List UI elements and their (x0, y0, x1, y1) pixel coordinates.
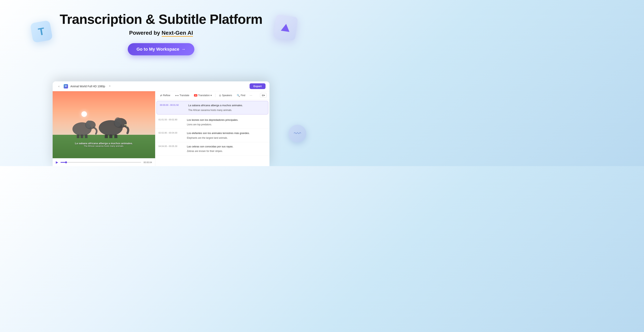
transcript-text: La sabana africana alberga a muchos anim… (188, 103, 265, 112)
transcript-timestamp: 01:01.50 - 00:02.80 (158, 118, 184, 126)
svg-point-5 (86, 120, 92, 128)
nav-back-button[interactable]: ‹ (56, 84, 61, 89)
transcript-text: Los elefantes son los animales terrestre… (187, 131, 266, 140)
ai-badge: AI (194, 94, 197, 96)
speakers-icon: ⊙ (219, 94, 221, 97)
hero-section: T 〰 Transcription & Subtitle Platform Po… (0, 0, 322, 166)
file-icon: W (64, 84, 68, 88)
arrow-icon: → (181, 47, 186, 52)
transcript-text: Los leones son los depredadores principa… (187, 118, 266, 126)
toolbar-separator (215, 94, 216, 97)
find-button[interactable]: 🔍 Find (235, 93, 247, 98)
svg-point-11 (114, 117, 122, 127)
file-name-label: Animal World Full HD 1080p (70, 85, 105, 88)
cta-label: Go to My Workspace (136, 47, 179, 52)
hero-subtitle: Powered by Next-Gen AI (0, 30, 322, 36)
video-frame: La sabana africana alberga a muchos anim… (53, 91, 155, 158)
progress-dot (65, 161, 67, 163)
add-tab-button[interactable]: + (108, 84, 112, 88)
reflow-icon: ⇄ (160, 94, 162, 97)
transcript-translation: Zebras are known for their stripes. (187, 149, 266, 153)
hero-content: Transcription & Subtitle Platform Powere… (0, 0, 322, 55)
go-to-workspace-button[interactable]: Go to My Workspace → (128, 43, 194, 55)
transcript-item[interactable]: 04:04.00 - 00:05.30Las cebras son conoci… (155, 142, 270, 156)
subtitle-overlay: La sabana africana alberga a muchos anim… (53, 142, 155, 147)
subtitle-line-1: La sabana africana alberga a muchos anim… (56, 142, 151, 145)
view-toggle-button[interactable]: ⊞▾ (260, 93, 267, 98)
svg-rect-3 (80, 135, 83, 138)
svg-rect-8 (105, 135, 108, 138)
wave-icon: 〰 (294, 129, 301, 138)
hero-title: Transcription & Subtitle Platform (0, 12, 322, 26)
transcript-original: Las cebras son conocidas por sus rayas. (187, 145, 266, 149)
svg-rect-10 (114, 135, 118, 138)
reflow-button[interactable]: ⇄ Reflow (158, 93, 172, 98)
transcript-item[interactable]: 00:00.00 - 00:01.50La sabana africana al… (156, 101, 268, 114)
transcript-original: Los leones son los depredadores principa… (187, 118, 266, 122)
translation-button[interactable]: AI Translation ▾ (192, 93, 214, 98)
app-mockup: ‹ W Animal World Full HD 1080p + Export (53, 81, 270, 166)
export-button[interactable]: Export (250, 83, 266, 89)
transcript-item[interactable]: 02:02.80 - 00:04.00Los elefantes son los… (155, 129, 270, 142)
translate-button[interactable]: ⟺ Translate (173, 93, 192, 98)
transcript-timestamp: 00:00.00 - 00:01.50 (160, 103, 186, 112)
more-button[interactable]: ··· (248, 93, 254, 98)
video-controls: ▶ 00:00:04 (53, 158, 155, 166)
progress-bar[interactable] (60, 162, 141, 163)
translate-icon: ⟺ (175, 94, 179, 97)
transcript-timestamp: 04:04.00 - 00:05.30 (158, 145, 184, 153)
transcript-translation: Elephants are the largest land animals. (187, 136, 266, 140)
svg-rect-9 (109, 135, 112, 138)
transcript-text: Las cebras son conocidas por sus rayas.Z… (187, 145, 266, 153)
speakers-button[interactable]: ⊙ Speakers (217, 93, 234, 98)
subtitle-line-2: The African savanna hosts many animals. (56, 145, 151, 147)
transcript-toolbar: ⇄ Reflow ⟺ Translate AI Translation ▾ ⊙ (155, 91, 270, 100)
transcript-timestamp: 02:02.80 - 00:04.00 (158, 131, 184, 140)
transcript-translation: The African savanna hosts many animals. (188, 108, 265, 112)
app-titlebar: ‹ W Animal World Full HD 1080p + Export (53, 81, 270, 91)
transcript-item[interactable]: 01:01.50 - 00:02.80Los leones son los de… (155, 116, 270, 129)
svg-rect-4 (85, 135, 88, 138)
subtitle-prefix: Powered by (129, 30, 162, 36)
play-icon[interactable]: ▶ (56, 160, 58, 164)
transcript-original: La sabana africana alberga a muchos anim… (188, 103, 265, 107)
subtitle-highlight: Next-Gen AI (162, 30, 193, 36)
transcript-translation: Lions are top predators. (187, 123, 266, 126)
transcript-panel: ⇄ Reflow ⟺ Translate AI Translation ▾ ⊙ (155, 91, 270, 166)
float-icon-bottom-right: 〰 (288, 125, 306, 142)
video-panel: La sabana africana alberga a muchos anim… (53, 91, 155, 166)
transcript-list: 00:00.00 - 00:01.50La sabana africana al… (155, 100, 270, 166)
svg-rect-2 (77, 135, 79, 138)
time-display: 00:00:04 (144, 161, 152, 164)
find-icon: 🔍 (237, 94, 240, 97)
transcript-original: Los elefantes son los animales terrestre… (187, 131, 266, 135)
elephant-svg (63, 108, 135, 138)
app-content: La sabana africana alberga a muchos anim… (53, 91, 270, 166)
